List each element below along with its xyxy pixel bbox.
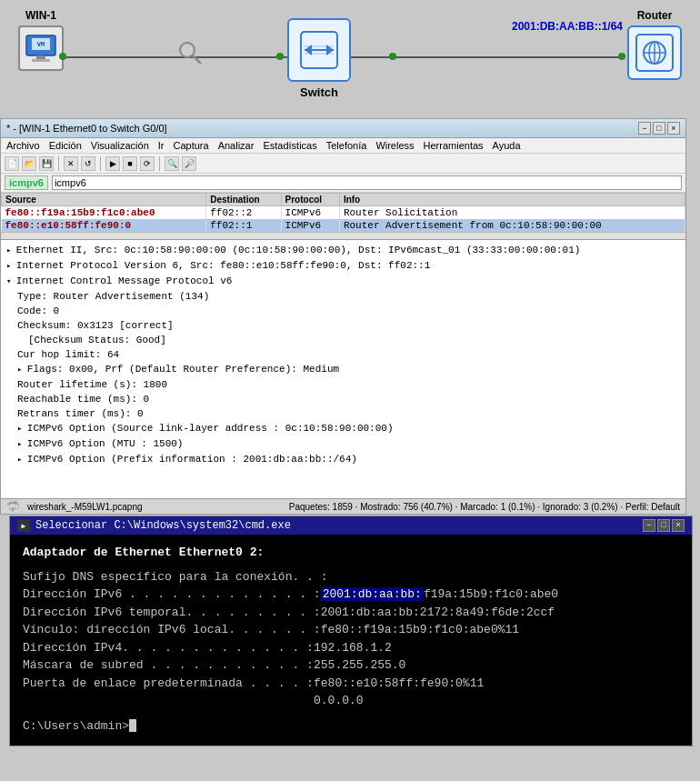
cmd-row-ipv6: Dirección IPv6 . . . . . . . . . . . . .… (23, 586, 679, 604)
toolbar-open[interactable]: 📂 (22, 156, 36, 171)
detail-opt-prefix[interactable]: ICMPv6 Option (Prefix information : 2001… (6, 452, 680, 467)
cmd-val-ipv6: 2001:db:aa:bb:f19a:15b9:f1c0:abe0 (321, 586, 558, 604)
svg-rect-3 (32, 59, 50, 62)
detail-lifetime: Router lifetime (s): 1800 (6, 377, 680, 392)
src-2: fe80::e10:58ff:fe90:0 (2, 219, 206, 232)
router-box (627, 25, 682, 80)
cmd-val-ipv4: 192.168.1.2 (314, 639, 392, 657)
router-ip: 2001:DB:AA:BB::1/64 (512, 20, 623, 33)
switch-label: Switch (300, 85, 338, 99)
col-protocol: Protocol (281, 194, 339, 206)
filter-label: icmpv6 (5, 175, 48, 190)
menu-estadisticas[interactable]: Estadísticas (263, 140, 316, 151)
cmd-val-gateway2: 0.0.0.0 (314, 692, 364, 710)
toolbar-reload[interactable]: ↺ (81, 156, 95, 171)
svg-point-7 (182, 45, 193, 55)
menu-visualizacion[interactable]: Visualización (91, 140, 149, 151)
cmd-val-gateway: fe80::e10:58ff:fe90:0%11 (314, 675, 484, 693)
toolbar-zoom-in[interactable]: 🔍 (165, 156, 179, 171)
detail-opt-src[interactable]: ICMPv6 Option (Source link-layer address… (6, 421, 680, 436)
menu-ayuda[interactable]: Ayuda (493, 140, 521, 151)
toolbar-close[interactable]: ✕ (64, 156, 78, 171)
switch-node: Switch (287, 18, 351, 99)
col-destination: Destination (206, 194, 281, 206)
cmd-maximize[interactable]: □ (657, 519, 670, 532)
cmd-row-subnet: Máscara de subred . . . . . . . . . . . … (23, 656, 679, 675)
toolbar-new[interactable]: 📄 (5, 156, 19, 171)
cmd-key-gateway2 (23, 692, 314, 710)
cmd-row-link-local: Vínculo: dirección IPv6 local. . . . . .… (23, 621, 679, 639)
cmd-controls[interactable]: − □ × (643, 519, 685, 532)
cmd-row-gateway2: 0.0.0.0 (23, 692, 679, 710)
table-row[interactable]: fe80::e10:58ff:fe90:0 ff02::1 ICMPv6 Rou… (2, 219, 685, 232)
cmd-highlight-ipv6: 2001:db:aa:bb: (321, 587, 424, 601)
detail-opt-mtu[interactable]: ICMPv6 Option (MTU : 1500) (6, 436, 680, 452)
cmd-val-link-local: fe80::f19a:15b9:f1c0:abe0%11 (321, 621, 519, 639)
cmd-row-ipv4: Dirección IPv4. . . . . . . . . . . . . … (23, 639, 679, 657)
cmd-key-ipv6-temp: Dirección IPv6 temporal. . . . . . . . .… (23, 604, 321, 622)
detail-flags[interactable]: Flags: 0x00, Prf (Default Router Prefere… (6, 362, 680, 377)
filter-input[interactable] (52, 175, 682, 190)
src-1: fe80::f19a:15b9:f1c0:abe0 (2, 206, 206, 220)
cmd-key-link-local: Vínculo: dirección IPv6 local. . . . . .… (23, 621, 321, 639)
detail-icmpv6[interactable]: Internet Control Message Protocol v6 (6, 274, 680, 289)
maximize-button[interactable]: □ (653, 122, 665, 135)
cmd-row-ipv6-temp: Dirección IPv6 temporal. . . . . . . . .… (23, 604, 679, 622)
table-row[interactable]: fe80::f19a:15b9:f1c0:abe0 ff02::2 ICMPv6… (2, 206, 685, 220)
menu-ir[interactable]: Ir (158, 140, 165, 151)
toolbar-save[interactable]: 💾 (39, 156, 54, 171)
detail-ethernet[interactable]: Ethernet II, Src: 0c:10:58:90:00:00 (0c:… (6, 243, 680, 258)
menu-captura[interactable]: Captura (174, 140, 209, 151)
cmd-title-left: ▶ Seleccionar C:\Windows\system32\cmd.ex… (17, 519, 291, 532)
minimize-button[interactable]: − (638, 122, 651, 135)
col-info: Info (339, 194, 685, 206)
close-button[interactable]: × (667, 122, 680, 135)
menu-analizar[interactable]: Analizar (218, 140, 255, 151)
toolbar-play[interactable]: ▶ (105, 156, 120, 171)
menu-wireless[interactable]: Wireless (375, 140, 414, 151)
h-scrollbar[interactable] (1, 232, 685, 239)
cmd-key-ipv4: Dirección IPv4. . . . . . . . . . . . . … (23, 639, 314, 657)
menu-archivo[interactable]: Archivo (6, 140, 40, 151)
info-1: Router Solicitation (339, 206, 685, 220)
proto-2: ICMPv6 (281, 219, 339, 232)
detail-ipv6[interactable]: Internet Protocol Version 6, Src: fe80::… (6, 258, 680, 274)
cmd-titlebar: ▶ Seleccionar C:\Windows\system32\cmd.ex… (10, 516, 692, 535)
detail-type: Type: Router Advertisement (134) (6, 289, 680, 304)
packet-table: Source Destination Protocol Info fe80::f… (1, 193, 685, 232)
status-packets: Paquetes: 1859 · Mostrado: 756 (40.7%) ·… (150, 502, 680, 512)
menu-herramientas[interactable]: Herramientas (424, 140, 484, 151)
status-icon: 🦈 (6, 500, 20, 513)
cmd-close[interactable]: × (672, 519, 685, 532)
cmd-key-gateway: Puerta de enlace predeterminada . . . . … (23, 675, 314, 693)
detail-retrans: Retrans timer (ms): 0 (6, 406, 680, 421)
network-diagram: WIN-1 VM (0, 0, 700, 118)
menu-telefonia[interactable]: Telefonía (326, 140, 367, 151)
dot-pre-router (618, 53, 625, 60)
cmd-minimize[interactable]: − (643, 519, 655, 532)
vm-label: WIN-1 (25, 9, 56, 22)
vm-node: WIN-1 VM (18, 9, 64, 71)
cmd-val-ipv6-temp: 2001:db:aa:bb:2172:8a49:f6de:2ccf (321, 604, 555, 622)
win-controls[interactable]: − □ × (638, 122, 680, 135)
wireshark-menubar: Archivo Edición Visualización Ir Captura… (1, 138, 685, 154)
detail-code: Code: 0 (6, 304, 680, 318)
cmd-window: ▶ Seleccionar C:\Windows\system32\cmd.ex… (9, 516, 693, 746)
wireshark-title: * - [WIN-1 Ethernet0 to Switch G0/0] (6, 123, 167, 134)
toolbar-stop[interactable]: ■ (123, 156, 137, 171)
cmd-prompt: C:\Users\admin> (23, 717, 679, 736)
menu-edicion[interactable]: Edición (49, 140, 82, 151)
wireshark-statusbar: 🦈 wireshark_-M59LW1.pcapng Paquetes: 185… (1, 498, 685, 514)
toolbar-restart[interactable]: ⟳ (140, 156, 155, 171)
router-label: Router (637, 9, 673, 22)
wireshark-window: * - [WIN-1 Ethernet0 to Switch G0/0] − □… (0, 118, 686, 515)
wireshark-titlebar: * - [WIN-1 Ethernet0 to Switch G0/0] − □… (1, 119, 685, 138)
toolbar-zoom-out[interactable]: 🔎 (182, 156, 196, 171)
cmd-key-dns: Sufijo DNS específico para la conexión. … (23, 568, 327, 586)
cmd-row-gateway: Puerta de enlace predeterminada . . . . … (23, 675, 679, 693)
cmd-key-ipv6: Dirección IPv6 . . . . . . . . . . . . .… (23, 586, 321, 604)
dot-vm (59, 53, 66, 60)
svg-rect-2 (36, 55, 45, 59)
svg-text:VM: VM (37, 41, 45, 48)
cmd-key-subnet: Máscara de subred . . . . . . . . . . . … (23, 656, 314, 675)
